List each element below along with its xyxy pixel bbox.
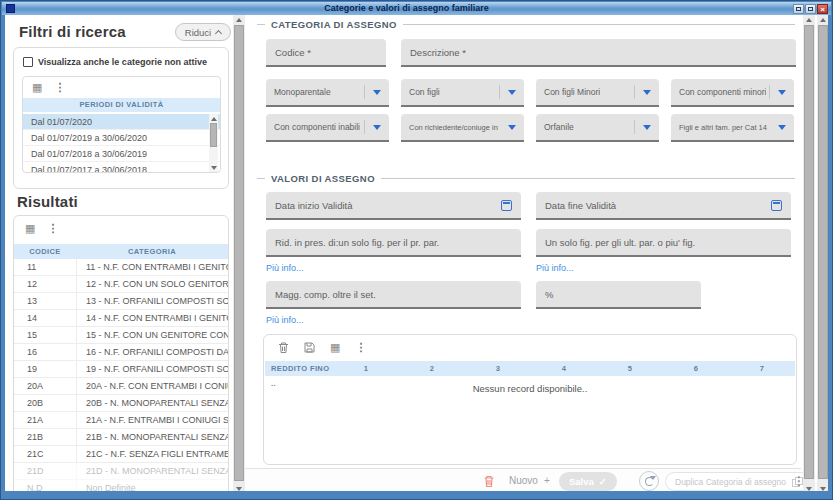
scroll-up-icon[interactable]	[236, 18, 242, 22]
scroll-up-icon[interactable]	[820, 18, 826, 22]
show-inactive-checkbox[interactable]	[23, 57, 33, 67]
dropdown-con-figli[interactable]: Con figli	[401, 79, 524, 107]
scroll-down-icon[interactable]	[211, 166, 217, 170]
footer-bar: Nuovo + Salva ✓ Duplica Categoria di ass…	[245, 468, 801, 491]
period-row[interactable]: Dal 01/07/2019 a 30/06/2020	[23, 130, 220, 146]
dropdown-richiedente-inabile[interactable]: Con richiedente/coniuge inabile	[401, 114, 524, 142]
result-row[interactable]: 1515 - N.F. CON UN GENITORE CON ALME..	[14, 327, 228, 344]
result-row[interactable]: 21D21D - N. MONOPARENTALI SENZA FIGL..	[14, 463, 228, 480]
duplica-button[interactable]: Duplica Categoria di assegno	[665, 472, 811, 491]
result-row[interactable]: 1313 - N.F. ORFANILI COMPOSTI SOLO DA..	[14, 293, 228, 310]
kebab-menu-icon[interactable]: ⋮	[54, 82, 65, 93]
result-row[interactable]: N.DNon Definite	[14, 480, 228, 491]
dropdown-monoparentale[interactable]: Monoparentale	[266, 79, 389, 107]
result-row[interactable]: 1212 - N.F. CON UN SOLO GENITORE CON..	[14, 276, 228, 293]
unsolo-field[interactable]	[536, 229, 791, 257]
dropdown-figli-altri-fam[interactable]: Figli e altri fam. per Cat 14 e 15	[671, 114, 794, 142]
results-table-body: 1111 - N.F. CON ENTRAMBI I GENITORI C.. …	[14, 259, 228, 491]
calendar-icon[interactable]	[771, 200, 782, 211]
piu-info-link[interactable]: Più info...	[266, 315, 304, 325]
scroll-up-icon[interactable]	[806, 18, 812, 22]
chevron-down-icon	[373, 125, 381, 130]
result-row[interactable]: 1919 - N.F. ORFANILI COMPOSTI SOLO DA..	[14, 361, 228, 378]
form-scrollbar[interactable]	[803, 15, 815, 491]
columns-icon[interactable]: ▦	[25, 223, 35, 234]
data-fine-field[interactable]	[536, 192, 791, 220]
salva-button[interactable]: Salva ✓	[559, 472, 617, 491]
columns-icon[interactable]: ▦	[32, 82, 42, 93]
scroll-down-icon[interactable]	[236, 487, 242, 491]
panel-divider-scrollbar[interactable]	[233, 15, 245, 491]
scroll-down-icon[interactable]	[806, 487, 812, 491]
result-row[interactable]: 1414 - N.F. CON ENTRAMBI I GENITORI C..	[14, 310, 228, 327]
magg-field[interactable]	[266, 281, 521, 309]
values-legend: VALORI DI ASSEGNO	[265, 173, 381, 184]
data-inizio-input[interactable]	[275, 200, 495, 211]
kebab-menu-icon[interactable]: ⋮	[47, 223, 58, 234]
page-scrollbar[interactable]	[817, 15, 828, 491]
calendar-icon[interactable]	[501, 200, 512, 211]
result-row[interactable]: 20A20A - N.F. CON ENTRAMBI I CONIUGI E .…	[14, 378, 228, 395]
period-row[interactable]: Dal 01/07/2020	[23, 114, 220, 130]
magg-input[interactable]	[275, 289, 512, 300]
header-cell: 1	[333, 361, 399, 376]
collapse-label: Riduci	[185, 27, 211, 38]
show-inactive-label: Visualizza anche le categorie non attive	[38, 57, 207, 67]
result-row[interactable]: 1111 - N.F. CON ENTRAMBI I GENITORI C..	[14, 259, 228, 276]
result-row[interactable]: 1616 - N.F. ORFANILI COMPOSTI DA ALM..	[14, 344, 228, 361]
chevron-down-icon	[643, 125, 651, 130]
window-content: Filtri di ricerca Riduci Visualizza anch…	[5, 15, 828, 491]
app-icon	[6, 4, 15, 13]
dropdown-orfanile[interactable]: Orfanile	[536, 114, 659, 142]
descrizione-field[interactable]	[401, 39, 796, 67]
rid-input[interactable]	[275, 237, 512, 248]
results-table-header: CODICE CATEGORIA	[14, 244, 228, 259]
header-cell: 5	[597, 361, 663, 376]
refresh-button[interactable]	[639, 471, 659, 491]
values-table-header: REDDITO FINO .. 1 2 3 4 5 6 7	[265, 361, 795, 376]
delete-trash-icon[interactable]	[483, 475, 495, 488]
maximize-icon	[808, 7, 813, 11]
scroll-up-icon[interactable]	[211, 117, 217, 121]
periods-scrollbar[interactable]	[209, 114, 218, 172]
nuovo-button[interactable]: Nuovo +	[509, 475, 550, 486]
dropdown-con-componenti-minori[interactable]: Con componenti minori	[671, 79, 794, 107]
period-row[interactable]: Dal 01/07/2017 a 30/06/2018	[23, 162, 220, 173]
restore-button[interactable]	[793, 4, 804, 14]
percent-field[interactable]	[536, 281, 701, 309]
results-title: Risultati	[17, 193, 78, 210]
dropdown-con-figli-minori[interactable]: Con figli Minori	[536, 79, 659, 107]
descrizione-input[interactable]	[410, 47, 787, 58]
scrollbar-thumb[interactable]	[210, 123, 217, 147]
chevron-down-icon	[778, 125, 786, 130]
chevron-down-icon	[508, 125, 516, 130]
data-inizio-field[interactable]	[266, 192, 521, 220]
show-inactive-row: Visualizza anche le categorie non attive	[23, 57, 207, 67]
codice-field[interactable]	[266, 39, 386, 67]
piu-info-link[interactable]: Più info...	[266, 263, 304, 273]
data-fine-input[interactable]	[545, 200, 765, 211]
close-button[interactable]: ×	[817, 4, 828, 14]
rid-field[interactable]	[266, 229, 521, 257]
columns-icon[interactable]: ▦	[330, 342, 340, 353]
maximize-button[interactable]	[805, 4, 816, 14]
result-row[interactable]: 21C21C - N.F. SENZA FIGLI ENTRAMBI I CO.…	[14, 446, 228, 463]
period-row[interactable]: Dal 01/07/2018 a 30/06/2019	[23, 146, 220, 162]
trash-icon[interactable]	[278, 342, 289, 354]
scrollbar-thumb[interactable]	[804, 25, 814, 479]
scrollbar-thumb[interactable]	[234, 25, 244, 481]
result-row[interactable]: 21A21A - N.F. ENTRAMBI I CONIUGI SENZA..	[14, 412, 228, 429]
dropdown-con-componenti-inabili[interactable]: Con componenti inabili	[266, 114, 389, 142]
piu-info-link[interactable]: Più info...	[536, 263, 574, 273]
save-icon[interactable]	[304, 342, 315, 353]
result-row[interactable]: 21B21B - N. MONOPARENTALI SENZA FIGL..	[14, 429, 228, 446]
percent-input[interactable]	[545, 289, 692, 300]
kebab-menu-icon[interactable]: ⋮	[355, 342, 366, 353]
collapse-filters-button[interactable]: Riduci	[175, 23, 231, 41]
chevron-down-icon	[508, 90, 516, 95]
codice-input[interactable]	[275, 47, 377, 58]
scroll-down-icon[interactable]	[820, 487, 826, 491]
scrollbar-thumb[interactable]	[818, 25, 828, 479]
result-row[interactable]: 20B20B - N. MONOPARENTALI SENZA FIGL..	[14, 395, 228, 412]
unsolo-input[interactable]	[545, 237, 782, 248]
